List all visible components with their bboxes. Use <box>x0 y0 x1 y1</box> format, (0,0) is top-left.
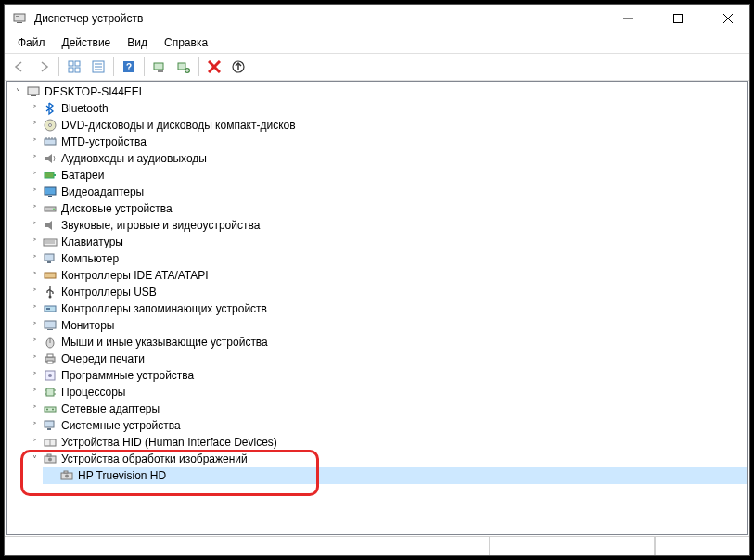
expand-icon[interactable]: ˃ <box>28 235 41 248</box>
menu-file[interactable]: Файл <box>10 34 53 51</box>
expand-icon[interactable]: ˃ <box>28 286 41 299</box>
svg-rect-50 <box>46 308 50 310</box>
system-icon <box>43 418 58 433</box>
expand-icon[interactable]: ˅ <box>11 85 24 98</box>
svg-rect-28 <box>31 95 36 96</box>
tree-storage[interactable]: ˃Контроллеры запоминающих устройств <box>26 300 747 317</box>
expand-icon[interactable]: ˃ <box>28 269 41 282</box>
tree-item-label: Батареи <box>61 169 104 182</box>
expand-icon[interactable]: ˃ <box>28 185 41 198</box>
tree-root[interactable]: ˅ DESKTOP-SI44EEL <box>9 83 747 100</box>
svg-rect-9 <box>69 68 73 72</box>
expand-icon[interactable]: ˃ <box>28 352 41 365</box>
tree-item-label: HP Truevision HD <box>78 469 166 482</box>
tree-monitors[interactable]: ˃Мониторы <box>26 317 747 334</box>
tree-cpu[interactable]: ˃Процессоры <box>26 384 747 401</box>
device-manager-window: Диспетчер устройств Файл Действие Вид Сп… <box>4 4 750 556</box>
toolbar: ? <box>5 53 749 81</box>
tree-disk[interactable]: ˃Дисковые устройства <box>26 200 747 217</box>
expand-icon[interactable]: ˃ <box>28 436 41 449</box>
maximize-button[interactable] <box>657 5 699 32</box>
expand-icon[interactable]: ˃ <box>28 102 41 115</box>
disc-icon <box>43 118 58 133</box>
svg-text:?: ? <box>126 62 132 72</box>
tree-display[interactable]: ˃Видеоадаптеры <box>26 184 747 200</box>
toolbar-scan[interactable] <box>148 56 171 78</box>
tree-network[interactable]: ˃Сетевые адаптеры <box>26 401 747 417</box>
tree-item-label: Контроллеры USB <box>61 286 157 299</box>
svg-rect-38 <box>45 187 56 195</box>
tree-batteries[interactable]: ˃Батареи <box>26 167 747 184</box>
close-button[interactable] <box>707 5 749 32</box>
tree-usb[interactable]: ˃Контроллеры USB <box>26 284 747 300</box>
window-title: Диспетчер устройств <box>34 12 143 25</box>
tree-ide[interactable]: ˃Контроллеры IDE ATA/ATAPI <box>26 267 747 284</box>
expand-icon[interactable]: ˃ <box>28 302 41 315</box>
pc-icon <box>43 251 58 266</box>
svg-rect-47 <box>45 273 56 278</box>
tree-bluetooth[interactable]: ˃Bluetooth <box>26 100 747 117</box>
tree-mice[interactable]: ˃Мыши и иные указывающие устройства <box>26 334 747 350</box>
display-adapter-icon <box>43 185 58 199</box>
toolbar-show-all[interactable] <box>63 56 85 78</box>
expand-icon[interactable]: ˃ <box>28 336 41 349</box>
expand-icon[interactable]: ˃ <box>28 402 41 415</box>
expand-icon[interactable]: ˃ <box>28 319 41 332</box>
expand-icon[interactable]: ˃ <box>28 135 41 148</box>
tree-system[interactable]: ˃Системные устройства <box>26 417 747 434</box>
toolbar-uninstall[interactable] <box>203 56 225 78</box>
network-icon <box>43 401 58 416</box>
device-tree-panel: ˅ DESKTOP-SI44EEL ˃Bluetooth ˃DVD-дисков… <box>6 81 748 535</box>
svg-point-59 <box>48 374 52 377</box>
menu-help[interactable]: Справка <box>157 34 215 51</box>
expand-icon[interactable]: ˃ <box>28 252 41 265</box>
app-icon <box>12 11 27 26</box>
expand-icon[interactable]: ˃ <box>28 119 41 132</box>
toolbar-properties[interactable] <box>87 56 109 78</box>
expand-icon[interactable]: ˃ <box>28 419 41 432</box>
tree-imaging[interactable]: ˅Устройства обработки изображений <box>26 451 747 467</box>
svg-rect-65 <box>45 407 56 412</box>
bluetooth-icon <box>43 101 58 116</box>
minimize-button[interactable] <box>607 5 649 32</box>
tree-computer[interactable]: ˃Компьютер <box>26 250 747 267</box>
tree-software[interactable]: ˃Программные устройства <box>26 367 747 384</box>
expand-icon[interactable]: ˃ <box>28 369 41 382</box>
toolbar-forward[interactable] <box>32 56 55 78</box>
menu-view[interactable]: Вид <box>120 34 155 51</box>
toolbar-add-legacy[interactable] <box>173 56 195 78</box>
svg-point-41 <box>53 209 55 210</box>
expand-icon[interactable]: ˃ <box>28 169 41 182</box>
tree-print-queues[interactable]: ˃Очереди печати <box>26 350 747 367</box>
toolbar-back[interactable] <box>8 56 31 78</box>
svg-rect-68 <box>45 421 54 427</box>
hid-icon <box>43 435 58 450</box>
svg-rect-4 <box>674 15 683 23</box>
computer-icon <box>26 84 41 99</box>
tree-dvd[interactable]: ˃DVD-дисководы и дисководы компакт-диско… <box>26 117 747 134</box>
expand-icon[interactable]: ˃ <box>28 202 41 215</box>
menubar: Файл Действие Вид Справка <box>5 32 749 53</box>
expand-icon[interactable]: ˃ <box>28 152 41 165</box>
tree-hp-truevision[interactable]: HP Truevision HD <box>43 467 747 484</box>
svg-point-67 <box>52 409 54 411</box>
toolbar-update[interactable] <box>227 56 249 78</box>
menu-action[interactable]: Действие <box>55 34 119 51</box>
expand-icon[interactable]: ˃ <box>28 386 41 399</box>
svg-rect-27 <box>28 87 39 95</box>
printer-icon <box>43 351 58 366</box>
tree-item-label: Мыши и иные указывающие устройства <box>61 336 268 349</box>
svg-point-73 <box>48 458 52 462</box>
tree-audio-io[interactable]: ˃Аудиовходы и аудиовыходы <box>26 150 747 167</box>
collapse-icon[interactable]: ˅ <box>28 452 41 465</box>
svg-rect-36 <box>45 172 54 178</box>
tree-item-label: Устройства HID (Human Interface Devices) <box>61 436 277 449</box>
tree-keyboards[interactable]: ˃Клавиатуры <box>26 234 747 250</box>
tree-hid[interactable]: ˃Устройства HID (Human Interface Devices… <box>26 434 747 451</box>
sound-icon <box>43 218 58 233</box>
tree-sound[interactable]: ˃Звуковые, игровые и видеоустройства <box>26 217 747 234</box>
expand-icon[interactable]: ˃ <box>28 219 41 232</box>
toolbar-help[interactable]: ? <box>118 56 140 78</box>
disk-icon <box>43 201 58 216</box>
tree-mtd[interactable]: ˃MTD-устройства <box>26 134 747 150</box>
